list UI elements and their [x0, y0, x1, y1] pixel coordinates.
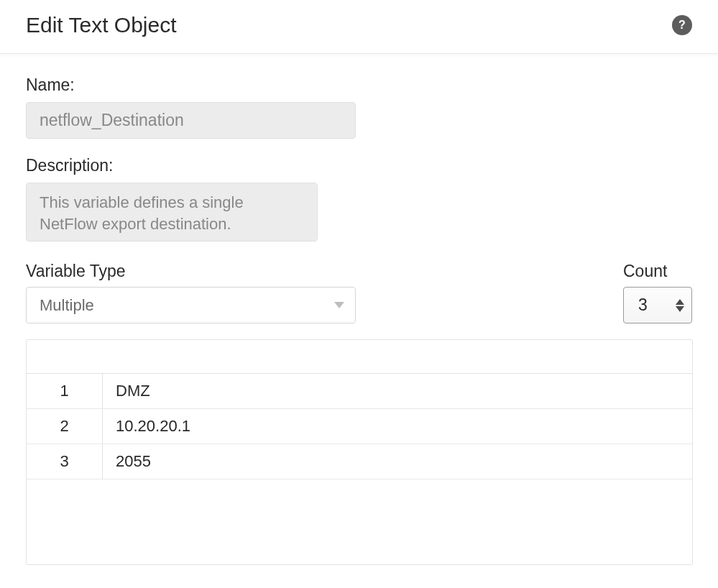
variable-type-select-wrap[interactable]: Multiple: [26, 287, 356, 323]
variable-type-select[interactable]: Multiple: [26, 287, 356, 323]
table-row[interactable]: 3 2055: [27, 444, 692, 479]
name-label: Name:: [26, 75, 692, 95]
count-label: Count: [623, 262, 667, 281]
type-count-row: Variable Type Multiple Count: [26, 262, 692, 323]
row-index: 1: [27, 374, 103, 408]
variable-type-label: Variable Type: [26, 262, 356, 281]
table-row[interactable]: 2 10.20.20.1: [27, 409, 692, 444]
name-input[interactable]: [26, 102, 356, 139]
variable-type-group: Variable Type Multiple: [26, 262, 356, 323]
description-field-group: Description: This variable defines a sin…: [26, 156, 692, 244]
row-index: 2: [27, 409, 103, 444]
dialog-title: Edit Text Object: [26, 13, 177, 37]
stepper-up-icon[interactable]: [676, 299, 684, 305]
svg-marker-2: [676, 306, 684, 312]
stepper-buttons: [674, 299, 691, 312]
count-group: Count: [623, 262, 692, 323]
svg-marker-1: [676, 299, 684, 305]
help-glyph: ?: [678, 19, 686, 32]
values-table: 1 DMZ 2 10.20.20.1 3 2055: [26, 339, 693, 565]
dialog-content: Name: Description: This variable defines…: [0, 54, 718, 565]
table-header-blank: [27, 340, 692, 374]
count-stepper[interactable]: [623, 287, 692, 323]
dialog-header: Edit Text Object ?: [0, 0, 718, 54]
row-value[interactable]: 10.20.20.1: [103, 409, 692, 444]
description-label: Description:: [26, 156, 692, 175]
help-icon[interactable]: ?: [672, 15, 692, 35]
description-input[interactable]: This variable defines a single NetFlow e…: [26, 183, 318, 242]
row-value[interactable]: DMZ: [103, 374, 692, 408]
row-value[interactable]: 2055: [103, 444, 692, 479]
count-input[interactable]: [624, 295, 674, 315]
name-field-group: Name:: [26, 75, 692, 139]
stepper-down-icon[interactable]: [676, 306, 684, 312]
table-row[interactable]: 1 DMZ: [27, 374, 692, 409]
variable-type-value: Multiple: [40, 296, 94, 314]
row-index: 3: [27, 444, 103, 479]
